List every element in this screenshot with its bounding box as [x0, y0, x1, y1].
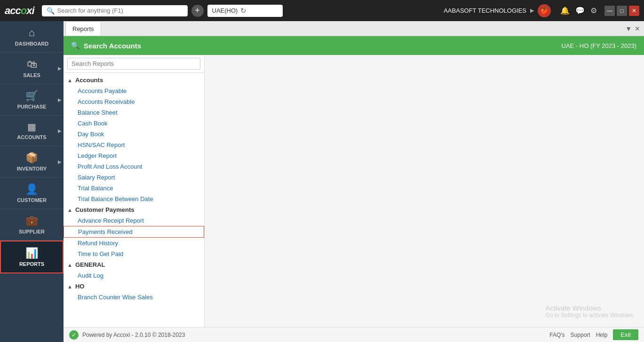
powered-label: Powered by Accoxi - 2.0.10 © 2018-2023 [82, 332, 185, 338]
tree-item-salary-report[interactable]: Salary Report [64, 172, 204, 183]
location-bar[interactable]: UAE(HO) ↻ [207, 5, 283, 17]
watermark-line1: Activate Windows [546, 304, 635, 312]
general-section-label: GENERAL [75, 261, 105, 268]
tree-list: ▲ Accounts Accounts Payable Accounts Rec… [64, 73, 204, 327]
tree-section-general[interactable]: ▲ GENERAL [64, 259, 204, 270]
sidebar-item-reports[interactable]: 📊 REPORTS [0, 241, 64, 273]
sidebar: ⌂ DASHBOARD 🛍 SALES ▶ 🛒 PURCHASE ▶ ▦ ACC… [0, 21, 64, 342]
support-link[interactable]: Support [571, 332, 590, 338]
accounts-icon: ▦ [27, 121, 36, 132]
tree-search-container [64, 55, 204, 73]
panel-header: 🔍 Search Accounts UAE - HO (FY 2023 - 20… [64, 36, 644, 55]
company-name: AABASOFT TECHNOLOGIES [444, 7, 526, 14]
add-button[interactable]: + [191, 5, 204, 17]
tab-bar: Reports ▼ ✕ [64, 21, 644, 36]
tab-reports[interactable]: Reports [65, 21, 101, 36]
sidebar-label-customer: CUSTOMER [17, 197, 47, 203]
refresh-icon[interactable]: ↻ [240, 7, 246, 15]
close-button[interactable]: ✕ [629, 6, 639, 16]
tree-item-day-book[interactable]: Day Book [64, 129, 204, 140]
sales-arrow-icon: ▶ [58, 66, 62, 71]
watermark-line2: Go to Settings to activate Windows. [546, 312, 635, 319]
purchase-arrow-icon: ▶ [58, 97, 62, 102]
chat-icon[interactable]: 💬 [575, 6, 585, 15]
faq-links: FAQ's Support Help Exit [549, 329, 638, 340]
tree-item-payments-received[interactable]: Payments Received [64, 226, 204, 238]
maximize-button[interactable]: □ [617, 6, 627, 16]
window-controls: — □ ✕ [604, 6, 639, 16]
avatar[interactable]: 🍎 [538, 4, 551, 17]
sidebar-item-inventory[interactable]: 📦 INVENTORY ▶ [0, 146, 64, 178]
tree-section-ho[interactable]: ▲ HO [64, 281, 204, 292]
watermark: Activate Windows Go to Settings to activ… [546, 304, 635, 319]
general-caret-icon: ▲ [67, 262, 72, 268]
tree-item-branch-counter-wise-sales[interactable]: Branch Counter Wise Sales [64, 292, 204, 303]
tree-item-profit-loss[interactable]: Profit And Loss Account [64, 161, 204, 172]
accounts-caret-icon: ▲ [67, 78, 72, 83]
company-arrow-icon: ▶ [530, 8, 534, 14]
sidebar-label-sales: SALES [23, 72, 40, 78]
tree-item-advance-receipt[interactable]: Advance Receipt Report [64, 215, 204, 226]
tree-item-trial-balance-between-date[interactable]: Trial Balance Between Date [64, 194, 204, 204]
minimize-button[interactable]: — [604, 6, 615, 16]
tree-item-accounts-payable[interactable]: Accounts Payable [64, 86, 204, 96]
tab-dropdown-button[interactable]: ▼ [625, 25, 632, 32]
faq-link[interactable]: FAQ's [549, 332, 564, 338]
customer-payments-caret-icon: ▲ [67, 207, 72, 213]
topbar-icons: 🔔 💬 ⚙ [560, 6, 597, 15]
main-layout: ⌂ DASHBOARD 🛍 SALES ▶ 🛒 PURCHASE ▶ ▦ ACC… [0, 21, 644, 342]
help-link[interactable]: Help [596, 332, 608, 338]
tree-item-hsn-sac[interactable]: HSN/SAC Report [64, 140, 204, 150]
sales-icon: 🛍 [27, 58, 37, 70]
settings-icon[interactable]: ⚙ [590, 6, 597, 15]
sidebar-item-purchase[interactable]: 🛒 PURCHASE ▶ [0, 84, 64, 116]
tree-item-cash-book[interactable]: Cash Book [64, 118, 204, 129]
sidebar-item-accounts[interactable]: ▦ ACCOUNTS ▶ [0, 116, 64, 146]
tab-reports-label: Reports [72, 25, 94, 32]
tree-section-customer-payments[interactable]: ▲ Customer Payments [64, 204, 204, 215]
content-area: Reports ▼ ✕ 🔍 Search Accounts UAE - HO (… [64, 21, 644, 342]
sidebar-item-sales[interactable]: 🛍 SALES ▶ [0, 53, 64, 84]
exit-button[interactable]: Exit [613, 329, 638, 340]
notification-icon[interactable]: 🔔 [560, 6, 570, 15]
sidebar-label-inventory: INVENTORY [17, 166, 47, 171]
panel-title: Search Accounts [84, 42, 141, 50]
search-icon: 🔍 [47, 7, 55, 15]
dashboard-icon: ⌂ [29, 27, 35, 39]
tree-item-refund-history[interactable]: Refund History [64, 238, 204, 249]
tree-item-balance-sheet[interactable]: Balance Sheet [64, 107, 204, 118]
inventory-icon: 📦 [25, 152, 38, 164]
sidebar-label-reports: REPORTS [19, 261, 44, 267]
right-panel: Activate Windows Go to Settings to activ… [205, 55, 644, 327]
global-search-bar[interactable]: 🔍 [42, 5, 188, 16]
tab-close-button[interactable]: ✕ [635, 25, 640, 32]
topbar: accoxi 🔍 + UAE(HO) ↻ AABASOFT TECHNOLOGI… [0, 0, 644, 21]
ho-section-label: HO [75, 283, 85, 290]
app-logo: accoxi [5, 5, 34, 17]
sidebar-label-purchase: PURCHASE [17, 104, 47, 109]
reports-icon: 📊 [25, 247, 38, 259]
purchase-icon: 🛒 [25, 90, 38, 102]
tree-item-time-to-get-paid[interactable]: Time to Get Paid [64, 249, 204, 259]
tree-search-input[interactable] [67, 58, 200, 70]
tree-item-audit-log[interactable]: Audit Log [64, 270, 204, 281]
powered-icon: ✓ [69, 330, 79, 340]
global-search-input[interactable] [57, 7, 183, 14]
accounts-arrow-icon: ▶ [58, 128, 62, 133]
tree-section-accounts[interactable]: ▲ Accounts [64, 75, 204, 86]
bottom-bar: ✓ Powered by Accoxi - 2.0.10 © 2018-2023… [64, 327, 644, 342]
tree-item-accounts-receivable[interactable]: Accounts Receivable [64, 96, 204, 107]
sidebar-item-supplier[interactable]: 💼 SUPPLIER [0, 209, 64, 241]
supplier-icon: 💼 [25, 215, 38, 227]
sidebar-item-customer[interactable]: 👤 CUSTOMER [0, 178, 64, 209]
sidebar-label-dashboard: DASHBOARD [15, 41, 49, 47]
ho-caret-icon: ▲ [67, 284, 72, 289]
tree-item-trial-balance[interactable]: Trial Balance [64, 183, 204, 194]
tab-controls: ▼ ✕ [625, 25, 644, 32]
tree-panel: ▲ Accounts Accounts Payable Accounts Rec… [64, 55, 205, 327]
sidebar-label-accounts: ACCOUNTS [17, 134, 46, 140]
tree-item-ledger-report[interactable]: Ledger Report [64, 150, 204, 161]
sidebar-item-dashboard[interactable]: ⌂ DASHBOARD [0, 21, 64, 53]
panel-search-icon: 🔍 [71, 41, 80, 50]
accounts-section-label: Accounts [75, 77, 103, 84]
